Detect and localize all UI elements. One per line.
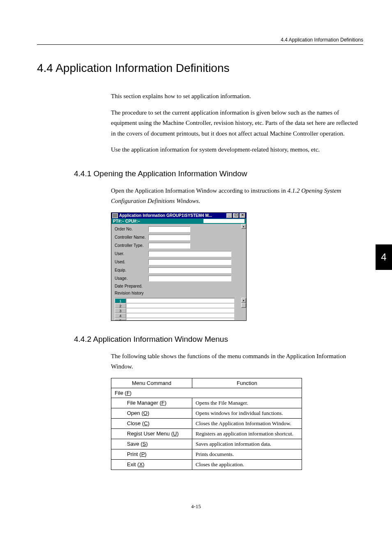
label-controller-name: Controller Name. <box>115 235 148 240</box>
page-number: 4-15 <box>0 503 392 510</box>
indent-cell <box>111 459 124 470</box>
chapter-side-tab: 4 <box>376 244 392 270</box>
label-equip: Equip. <box>115 268 148 272</box>
subheader-text: PT#:– CPU#:– <box>113 219 203 223</box>
revision-scrollbar[interactable]: ▴ <box>241 298 246 308</box>
table-header-function: Function <box>192 378 302 388</box>
table-header-command: Menu Command <box>111 378 192 388</box>
indent-cell <box>111 439 124 449</box>
sub441-tail: . <box>198 198 200 204</box>
menu-command-table: Menu Command Function File (F) File Mana… <box>111 378 302 470</box>
intro-paragraph-2: The procedure to set the current applica… <box>111 108 363 139</box>
file-label-underline: F <box>127 390 130 396</box>
label-controller-type: Controller Type. <box>115 243 148 248</box>
window-body: ▴ Order No. Controller Name. Controller … <box>111 224 246 320</box>
indent-cell <box>111 449 124 459</box>
menu-func: Saves application information data. <box>192 439 302 449</box>
header-rule <box>37 44 363 45</box>
intro-paragraph-3: Use the application information for syst… <box>111 145 363 155</box>
indent-cell <box>111 428 124 439</box>
input-order-no[interactable] <box>148 226 190 232</box>
menu-cmd: Regist User Menu (U) <box>124 428 192 439</box>
menu-cmd: Save (S) <box>124 439 192 449</box>
rev-row-num[interactable]: 1 <box>115 298 126 303</box>
vertical-scrollbar[interactable]: ▴ <box>241 224 246 229</box>
rev-row-num[interactable]: 4 <box>115 313 126 318</box>
menu-cmd: Open (O) <box>124 408 192 418</box>
indent-cell <box>111 398 124 408</box>
subsection-441-title: 4.4.1 Opening the Application Informatio… <box>74 169 363 178</box>
sub442-paragraph: The following table shows the functions … <box>111 351 363 372</box>
menu-cmd: Print (P) <box>124 449 192 459</box>
rev-row-cell[interactable] <box>126 303 235 308</box>
label-order-no: Order No. <box>115 227 148 231</box>
sub441-paragraph: Open the Application Information Window … <box>111 186 363 207</box>
window-icon <box>112 213 118 218</box>
rev-scroll-up[interactable]: ▴ <box>241 298 246 303</box>
rev-row-num[interactable]: 2 <box>115 303 126 308</box>
input-controller-name[interactable] <box>148 235 190 240</box>
rev-row-cell[interactable] <box>126 318 235 320</box>
close-button[interactable]: ✕ <box>240 213 245 218</box>
rev-row-num[interactable]: 3 <box>115 308 126 313</box>
maximize-button[interactable]: ☐ <box>233 213 239 218</box>
menu-cmd: Close (C) <box>124 418 192 428</box>
label-revision-history: Revision history <box>115 291 144 295</box>
file-label-pre: File ( <box>115 390 127 396</box>
rev-scroll-thumb[interactable] <box>241 303 246 308</box>
scroll-up-button[interactable]: ▴ <box>241 224 246 229</box>
label-usage: Usage. <box>115 276 148 281</box>
rev-row-cell[interactable] <box>126 308 235 313</box>
rev-row-cell[interactable] <box>126 298 235 303</box>
menu-func: Closes the Application Information Windo… <box>192 418 302 428</box>
subheader-field[interactable] <box>203 219 244 223</box>
menu-func: Closes the application. <box>192 459 302 470</box>
indent-cell <box>111 418 124 428</box>
app-info-window: Application Information GROUP1\SYSTEM4 M… <box>111 212 247 321</box>
file-label-post: ) <box>130 390 131 396</box>
subsection-442-title: 4.4.2 Application Information Window Men… <box>74 335 363 344</box>
input-controller-type[interactable] <box>148 243 190 249</box>
window-title: Application Information GROUP1\SYSTEM4 M… <box>119 213 226 218</box>
minimize-button[interactable]: _ <box>226 213 232 218</box>
label-user: User. <box>115 251 148 256</box>
menu-func: Registers an application information sho… <box>192 428 302 439</box>
input-usage[interactable] <box>148 276 231 281</box>
table-file-row: File (F) <box>111 388 302 398</box>
menu-func: Opens windows for individual functions. <box>192 408 302 418</box>
section-title: 4.4 Application Information Definitions <box>37 62 363 75</box>
sub441-lead: Open the Application Information Window … <box>111 187 287 194</box>
label-used: Used. <box>115 260 148 264</box>
menu-cmd: Exit (X) <box>124 459 192 470</box>
input-equip[interactable] <box>148 267 231 273</box>
menu-cmd: File Manager (F) <box>124 398 192 408</box>
running-head: 4.4 Application Information Definitions <box>281 37 363 43</box>
indent-cell <box>111 408 124 418</box>
window-subheader: PT#:– CPU#:– <box>111 219 246 224</box>
intro-paragraph-1: This section explains how to set applica… <box>111 91 363 102</box>
rev-row-cell[interactable] <box>126 313 235 318</box>
label-date-prepared: Date Prepared. <box>115 284 148 288</box>
rev-row-num[interactable]: 5 <box>115 318 126 320</box>
menu-func: Prints documents. <box>192 449 302 459</box>
window-titlebar[interactable]: Application Information GROUP1\SYSTEM4 M… <box>111 213 246 219</box>
input-used[interactable] <box>148 259 231 265</box>
menu-func: Opens the File Manager. <box>192 398 302 408</box>
input-user[interactable] <box>148 251 231 257</box>
revision-grid: 1 2 3 4 5 <box>115 298 235 320</box>
